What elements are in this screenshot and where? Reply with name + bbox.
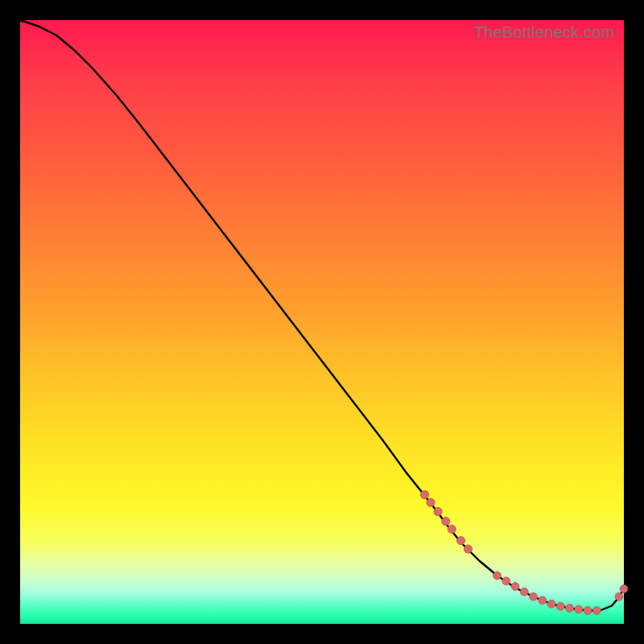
bottleneck-curve bbox=[20, 20, 624, 611]
marker-dot bbox=[511, 583, 519, 591]
marker-dot bbox=[547, 600, 555, 608]
chart-svg bbox=[20, 20, 624, 624]
marker-dot bbox=[620, 585, 628, 593]
plot-area: TheBottleneck.com bbox=[20, 20, 624, 624]
marker-dot bbox=[464, 545, 472, 553]
marker-dot bbox=[427, 498, 435, 506]
marker-dot bbox=[615, 592, 623, 601]
marker-dot bbox=[442, 517, 450, 525]
marker-dot bbox=[584, 607, 592, 615]
marker-dot bbox=[556, 602, 564, 610]
marker-dot bbox=[592, 607, 601, 615]
marker-dot bbox=[434, 507, 442, 515]
marker-dot bbox=[520, 588, 528, 596]
marker-dot bbox=[448, 525, 456, 533]
marker-dot bbox=[566, 605, 574, 613]
chart-frame: TheBottleneck.com bbox=[0, 0, 644, 644]
data-markers bbox=[420, 490, 628, 614]
marker-dot bbox=[493, 572, 502, 580]
marker-dot bbox=[420, 490, 428, 498]
marker-dot bbox=[456, 536, 464, 544]
marker-dot bbox=[530, 592, 538, 601]
marker-dot bbox=[575, 605, 583, 613]
marker-dot bbox=[502, 577, 510, 585]
marker-dot bbox=[539, 597, 547, 605]
